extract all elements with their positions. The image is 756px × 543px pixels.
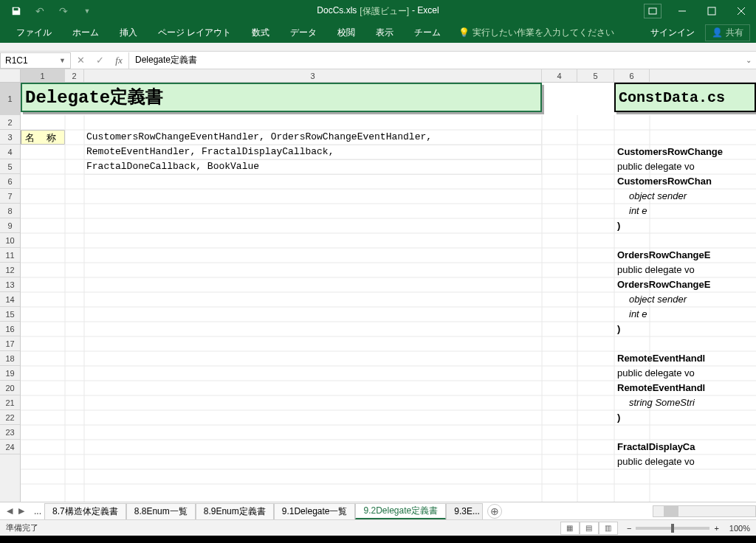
code-block: FractalDisplayCa public delegate vo: [614, 440, 756, 469]
row-header[interactable]: 6: [0, 174, 20, 189]
tab-nav-next-icon[interactable]: ▶: [16, 504, 27, 519]
ribbon-display-icon[interactable]: [644, 4, 662, 18]
row-header[interactable]: 14: [0, 292, 20, 307]
row-header[interactable]: 3: [0, 130, 20, 145]
tab-pagelayout[interactable]: ページ レイアウト: [148, 24, 241, 41]
row-header[interactable]: 13: [0, 277, 20, 292]
column-header[interactable]: 5: [577, 69, 614, 82]
row-header[interactable]: 24: [0, 440, 20, 454]
row-header[interactable]: 12: [0, 263, 20, 277]
row-header[interactable]: 16: [0, 322, 20, 336]
zoom-out-button[interactable]: −: [627, 524, 631, 533]
cancel-icon[interactable]: ✕: [71, 52, 90, 69]
horizontal-scrollbar[interactable]: [653, 505, 756, 517]
svg-rect-2: [708, 7, 715, 15]
sheet-tab[interactable]: 8.8Enum一覧: [126, 503, 196, 519]
code-line: public delegate vo: [617, 366, 756, 381]
tell-me-search[interactable]: 💡 実行したい作業を入力してください: [458, 27, 614, 39]
sheet-tab[interactable]: 8.9Enum定義書: [196, 503, 274, 519]
tab-review[interactable]: 校閲: [327, 24, 365, 41]
column-header[interactable]: 6: [614, 69, 650, 82]
tab-ellipsis[interactable]: ...: [31, 506, 44, 516]
redo-icon[interactable]: ↷: [53, 2, 74, 20]
enter-icon[interactable]: ✓: [90, 52, 109, 69]
save-icon[interactable]: [6, 2, 27, 20]
row-header[interactable]: 18: [0, 351, 20, 366]
undo-icon[interactable]: ↶: [30, 2, 50, 20]
maximize-button[interactable]: [697, 0, 726, 22]
page-layout-icon[interactable]: ▤: [580, 522, 599, 535]
row-header[interactable]: 9: [0, 218, 20, 233]
row-header[interactable]: 21: [0, 395, 20, 410]
tab-home[interactable]: ホーム: [62, 24, 109, 41]
row-header[interactable]: 19: [0, 366, 20, 381]
row-header[interactable]: 2: [0, 115, 20, 130]
code-line: int e: [617, 204, 756, 218]
row-header[interactable]: 20: [0, 381, 20, 395]
expand-formula-icon[interactable]: ⌄: [741, 56, 756, 64]
right-title-cell[interactable]: ConstData.cs: [614, 83, 756, 112]
tab-view[interactable]: 表示: [365, 24, 404, 41]
content-cell[interactable]: CustomersRowChangeEventHandler, OrdersRo…: [84, 130, 542, 145]
share-button[interactable]: 👤 共有: [705, 24, 750, 41]
column-header[interactable]: 2: [65, 69, 84, 82]
zoom-thumb[interactable]: [671, 524, 674, 533]
zoom-in-button[interactable]: +: [714, 524, 718, 533]
tab-insert[interactable]: 挿入: [109, 24, 148, 41]
row-header[interactable]: 5: [0, 159, 20, 174]
row-header[interactable]: 10: [0, 233, 20, 248]
column-header[interactable]: 1: [21, 69, 65, 82]
sheet-tab[interactable]: 9.3E ...: [446, 503, 483, 519]
content-cell[interactable]: FractalDoneCallback, BookValue: [84, 159, 542, 175]
name-box[interactable]: R1C1 ▼: [0, 52, 71, 69]
code-line: public delegate vo: [617, 263, 756, 277]
bottom-shadow: [0, 536, 756, 543]
chevron-down-icon[interactable]: ▼: [59, 57, 66, 64]
fx-icon[interactable]: fx: [109, 52, 128, 69]
zoom-slider[interactable]: [636, 527, 709, 530]
close-button[interactable]: [726, 0, 756, 22]
row-header[interactable]: 11: [0, 248, 20, 263]
row-header[interactable]: 4: [0, 145, 20, 159]
sheet-tab[interactable]: 8.7構造体定義書: [44, 503, 126, 519]
sheet-tab[interactable]: 9.1Delegate一覧: [274, 503, 356, 519]
select-all-button[interactable]: [0, 69, 21, 82]
worksheet-grid[interactable]: 1 2 3 4 5 6 1 2 3 4 5 6 7 8 9 10 11 12 1…: [0, 69, 756, 502]
code-line: object sender: [617, 189, 756, 204]
tab-file[interactable]: ファイル: [6, 24, 62, 41]
scrollbar-thumb[interactable]: [664, 506, 678, 516]
code-line: ): [617, 218, 756, 233]
row-header[interactable]: 15: [0, 307, 20, 322]
page-break-icon[interactable]: ▥: [599, 522, 618, 535]
tell-me-label: 実行したい作業を入力してください: [472, 27, 614, 39]
signin-button[interactable]: サインイン: [650, 27, 695, 39]
minimize-button[interactable]: [667, 0, 697, 22]
zoom-control: − + 100%: [627, 524, 750, 533]
column-header[interactable]: 3: [84, 69, 542, 82]
row-header[interactable]: 22: [0, 410, 20, 425]
tab-formulas[interactable]: 数式: [241, 24, 280, 41]
tab-nav-prev-icon[interactable]: ◀: [4, 504, 15, 519]
tab-team[interactable]: チーム: [404, 24, 451, 41]
zoom-percent[interactable]: 100%: [729, 524, 750, 533]
row-header[interactable]: 1: [0, 83, 20, 115]
row-header[interactable]: 7: [0, 189, 20, 204]
ribbon-tabs: ファイル ホーム 挿入 ページ レイアウト 数式 データ 校閲 表示 チーム 💡…: [0, 22, 756, 43]
title-cell[interactable]: Delegate定義書: [21, 83, 542, 112]
sheet-tab-active[interactable]: 9.2Delegate定義書: [355, 503, 446, 519]
add-sheet-button[interactable]: ⊕: [487, 504, 502, 519]
qat-dropdown-icon[interactable]: ▼: [77, 2, 97, 20]
code-block: CustomersRowChange public delegate vo Cu…: [614, 145, 756, 233]
column-header[interactable]: 4: [542, 69, 577, 82]
row-header[interactable]: 23: [0, 425, 20, 440]
code-line: CustomersRowChange: [617, 145, 756, 159]
code-line: OrdersRowChangeE: [617, 277, 756, 292]
tab-data[interactable]: データ: [280, 24, 327, 41]
formula-input[interactable]: Delegate定義書: [129, 52, 741, 69]
normal-view-icon[interactable]: ▦: [560, 522, 580, 535]
row-header[interactable]: 8: [0, 204, 20, 218]
svg-rect-0: [649, 8, 656, 14]
label-cell[interactable]: 名 称: [21, 130, 65, 145]
content-cell[interactable]: RemoteEventHandler, FractalDisplayCallba…: [84, 145, 542, 160]
row-header[interactable]: 17: [0, 336, 20, 351]
